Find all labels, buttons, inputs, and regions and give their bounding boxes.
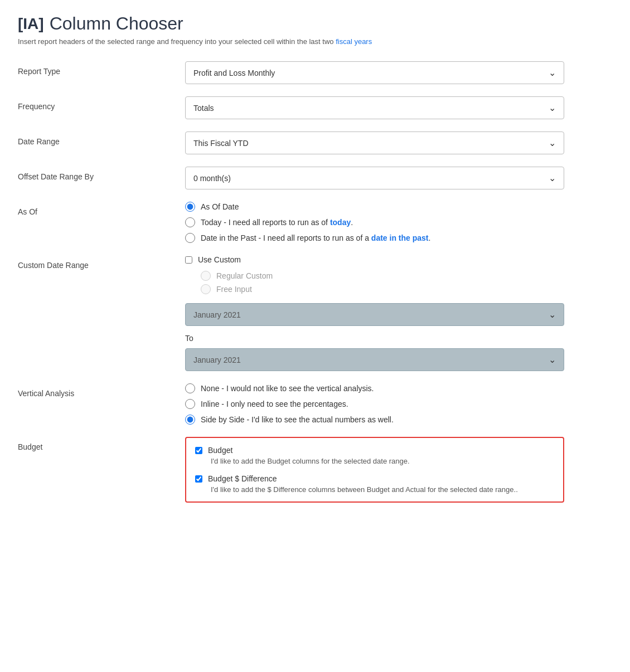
- page-subtitle: Insert report headers of the selected ra…: [18, 37, 612, 46]
- budget-item-2: Budget $ Difference I'd like to add the …: [195, 474, 554, 494]
- to-label: To: [185, 334, 564, 343]
- offset-row: Offset Date Range By 0 month(s) ⌄: [18, 167, 612, 189]
- report-type-dropdown[interactable]: Profit and Loss Monthly ⌄: [185, 61, 564, 84]
- link-fiscal-years[interactable]: fiscal years: [336, 37, 372, 46]
- offset-chevron-icon: ⌄: [549, 173, 556, 183]
- free-input-label[interactable]: Free Input: [216, 285, 252, 294]
- offset-dropdown[interactable]: 0 month(s) ⌄: [185, 167, 564, 189]
- custom-date-control: Use Custom Regular Custom Free Input Jan…: [185, 255, 612, 371]
- budget-item-1-label[interactable]: Budget: [208, 446, 232, 455]
- as-of-radio-3[interactable]: [185, 233, 195, 243]
- vertical-side-option[interactable]: Side by Side - I'd like to see the actua…: [185, 415, 564, 425]
- vertical-inline-radio[interactable]: [185, 399, 195, 409]
- budget-item-2-desc: I'd like to add the $ Difference columns…: [211, 485, 554, 494]
- offset-value: 0 month(s): [193, 174, 231, 183]
- budget-item-1-desc: I'd like to add the Budget columns for t…: [211, 457, 554, 465]
- offset-label: Offset Date Range By: [18, 167, 185, 181]
- budget-item-1-header: Budget: [195, 446, 554, 455]
- vertical-none-option[interactable]: None - I would not like to see the verti…: [185, 383, 564, 393]
- vertical-analysis-control: None - I would not like to see the verti…: [185, 383, 612, 425]
- vertical-side-radio[interactable]: [185, 415, 195, 425]
- today-bold: today: [330, 218, 351, 227]
- vertical-inline-label[interactable]: Inline - I only need to see the percenta…: [201, 400, 348, 408]
- date-range-chevron-icon: ⌄: [549, 138, 556, 148]
- report-type-value: Profit and Loss Monthly: [193, 69, 275, 77]
- custom-date-row: Custom Date Range Use Custom Regular Cus…: [18, 255, 612, 371]
- budget-item-2-label[interactable]: Budget $ Difference: [208, 474, 277, 483]
- report-type-label: Report Type: [18, 61, 185, 76]
- as-of-option-3[interactable]: Date in the Past - I need all reports to…: [185, 233, 612, 243]
- page-title-text: Column Chooser: [50, 13, 183, 34]
- as-of-control: As Of Date Today - I need all reports to…: [185, 202, 612, 243]
- budget-control: Budget I'd like to add the Budget column…: [185, 437, 612, 503]
- as-of-radio-1-label[interactable]: As Of Date: [201, 202, 239, 211]
- from-date-value: January 2021: [193, 310, 241, 319]
- date-range-dropdown[interactable]: This Fiscal YTD ⌄: [185, 132, 564, 154]
- frequency-row: Frequency Totals ⌄: [18, 96, 612, 119]
- report-type-chevron-icon: ⌄: [549, 67, 556, 78]
- date-range-label: Date Range: [18, 132, 185, 146]
- budget-item-1: Budget I'd like to add the Budget column…: [195, 446, 554, 465]
- past-date-bold: date in the past: [371, 233, 429, 242]
- budget-label: Budget: [18, 437, 185, 451]
- vertical-inline-option[interactable]: Inline - I only need to see the percenta…: [185, 399, 564, 409]
- use-custom-checkbox[interactable]: [185, 256, 192, 264]
- as-of-option-1[interactable]: As Of Date: [185, 202, 612, 212]
- frequency-value: Totals: [193, 104, 214, 113]
- vertical-none-radio[interactable]: [185, 383, 195, 393]
- free-input-radio[interactable]: [201, 284, 211, 294]
- use-custom-label[interactable]: Use Custom: [198, 255, 241, 264]
- regular-custom-option[interactable]: Regular Custom: [201, 271, 564, 281]
- vertical-analysis-label: Vertical Analysis: [18, 383, 185, 398]
- vertical-side-label[interactable]: Side by Side - I'd like to see the actua…: [201, 415, 394, 424]
- budget-checkbox-1[interactable]: [195, 447, 202, 454]
- as-of-radio-3-label[interactable]: Date in the Past - I need all reports to…: [201, 233, 430, 242]
- date-range-value: This Fiscal YTD: [193, 139, 249, 148]
- date-range-control: This Fiscal YTD ⌄: [185, 132, 612, 154]
- budget-checkbox-2[interactable]: [195, 475, 202, 483]
- free-input-option[interactable]: Free Input: [201, 284, 564, 294]
- use-custom-row: Use Custom: [185, 255, 564, 264]
- to-date-value: January 2021: [193, 356, 241, 364]
- report-type-row: Report Type Profit and Loss Monthly ⌄: [18, 61, 612, 84]
- column-chooser-icon: [IA]: [18, 15, 44, 33]
- custom-date-label: Custom Date Range: [18, 255, 185, 270]
- as-of-label: As Of: [18, 202, 185, 216]
- as-of-radio-2[interactable]: [185, 217, 195, 227]
- as-of-radio-group: As Of Date Today - I need all reports to…: [185, 202, 612, 243]
- vertical-analysis-radio-group: None - I would not like to see the verti…: [185, 383, 564, 425]
- as-of-row: As Of As Of Date Today - I need all repo…: [18, 202, 612, 243]
- budget-row: Budget Budget I'd like to add the Budget…: [18, 437, 612, 503]
- frequency-label: Frequency: [18, 96, 185, 111]
- date-range-row: Date Range This Fiscal YTD ⌄: [18, 132, 612, 154]
- as-of-option-2[interactable]: Today - I need all reports to run as of …: [185, 217, 612, 227]
- budget-item-2-header: Budget $ Difference: [195, 474, 554, 483]
- from-date-dropdown[interactable]: January 2021 ⌄: [185, 303, 564, 326]
- vertical-none-label[interactable]: None - I would not like to see the verti…: [201, 384, 374, 393]
- frequency-chevron-icon: ⌄: [549, 103, 556, 113]
- frequency-dropdown[interactable]: Totals ⌄: [185, 96, 564, 119]
- budget-section: Budget I'd like to add the Budget column…: [185, 437, 564, 503]
- page-title: [IA] Column Chooser: [18, 13, 612, 34]
- report-type-control: Profit and Loss Monthly ⌄: [185, 61, 612, 84]
- offset-control: 0 month(s) ⌄: [185, 167, 612, 189]
- to-date-dropdown[interactable]: January 2021 ⌄: [185, 348, 564, 371]
- page-header: [IA] Column Chooser Insert report header…: [18, 13, 612, 46]
- frequency-control: Totals ⌄: [185, 96, 612, 119]
- as-of-radio-1[interactable]: [185, 202, 195, 212]
- custom-date-radio-group: Regular Custom Free Input: [201, 271, 564, 294]
- regular-custom-radio[interactable]: [201, 271, 211, 281]
- custom-date-section: Use Custom Regular Custom Free Input Jan…: [185, 255, 564, 371]
- as-of-radio-2-label[interactable]: Today - I need all reports to run as of …: [201, 218, 353, 227]
- regular-custom-label[interactable]: Regular Custom: [216, 271, 273, 280]
- vertical-analysis-row: Vertical Analysis None - I would not lik…: [18, 383, 612, 425]
- from-date-chevron-icon: ⌄: [549, 309, 556, 320]
- to-date-chevron-icon: ⌄: [549, 354, 556, 365]
